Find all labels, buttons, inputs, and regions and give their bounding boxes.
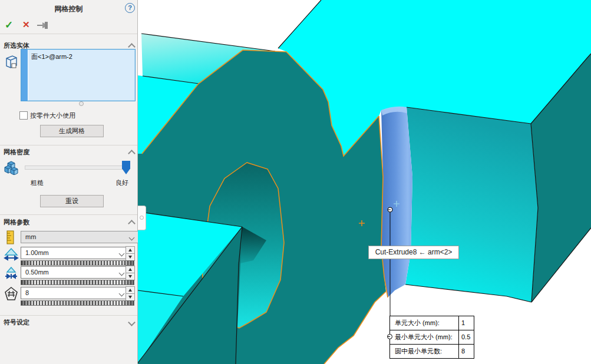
section-header-mesh-density[interactable]: 网格密度 [4, 148, 29, 157]
circle-elements-ratchet-bar[interactable] [21, 300, 134, 306]
mesh-parameters-table[interactable]: 单元大小 (mm): 1 最小单元大小 (mm): 0.5 圆中最小单元数: 8 [389, 316, 474, 359]
density-coarse-label: 粗糙 [31, 178, 44, 187]
min-size-ratchet-bar[interactable] [21, 280, 134, 285]
table-row-value[interactable]: 0.5 [458, 330, 474, 345]
collapse-icon[interactable] [128, 220, 136, 227]
density-fine-label: 良好 [115, 178, 128, 187]
max-element-size-icon [4, 247, 19, 263]
cancel-icon[interactable]: ✕ [22, 19, 30, 30]
table-row-label: 圆中最小单元数: [390, 345, 458, 358]
panel-title: 网格控制 [0, 4, 137, 14]
panel-splitter-handle[interactable] [138, 206, 146, 230]
selected-entities-list[interactable]: 面<1>@arm-2 [21, 49, 136, 101]
separator [0, 34, 137, 34]
section-header-symbol-settings[interactable]: 符号设定 [4, 318, 29, 327]
selected-face-item[interactable]: 面<1>@arm-2 [31, 52, 72, 61]
chevron-down-icon [119, 251, 125, 257]
separator [0, 145, 137, 145]
unit-ruler-icon [6, 230, 15, 246]
pin-icon[interactable] [37, 21, 49, 31]
model-canvas[interactable] [138, 0, 591, 364]
feature-callout[interactable]: Cut-Extrude8 ← arm<2> [368, 246, 459, 259]
collapse-icon[interactable] [128, 150, 136, 157]
chevron-down-icon [129, 235, 135, 241]
separator [0, 315, 137, 316]
circle-min-elements-value: 8 [25, 289, 29, 296]
use-part-size-label: 按零件大小使用 [30, 111, 75, 120]
max-element-size-combo[interactable]: 1.00mm [21, 247, 128, 259]
face-selection-icon [4, 54, 18, 71]
reset-button[interactable]: 重设 [40, 195, 104, 207]
density-slider-track[interactable] [25, 166, 126, 170]
table-row-value[interactable]: 8 [458, 345, 474, 358]
max-element-size-value: 1.00mm [25, 249, 49, 256]
unit-dropdown[interactable]: mm [21, 231, 138, 243]
mesh-control-panel: 网格控制 ? ✓ ✕ 所选实体 面<1>@arm-2 按零件大小使用 生成网格 … [0, 0, 138, 364]
separator [0, 214, 137, 215]
unit-value: mm [25, 233, 36, 240]
max-size-spinner[interactable] [126, 246, 134, 260]
create-mesh-button[interactable]: 生成网格 [40, 125, 104, 137]
table-row-value[interactable]: 1 [458, 316, 474, 330]
circle-min-elements-combo[interactable]: 8 [21, 287, 128, 299]
table-row-label: 最小单元大小 (mm): [390, 330, 458, 345]
max-size-ratchet-bar[interactable] [21, 260, 134, 266]
ok-icon[interactable]: ✓ [5, 19, 13, 31]
circle-min-elements-icon [4, 286, 18, 303]
list-resize-grip[interactable] [79, 101, 84, 106]
density-slider-handle[interactable] [122, 161, 130, 174]
model-face-right-front[interactable] [405, 107, 538, 302]
use-part-size-checkbox[interactable] [19, 111, 28, 120]
circle-elements-spinner[interactable] [126, 286, 134, 300]
min-element-size-icon [4, 266, 19, 282]
help-icon[interactable]: ? [125, 3, 135, 13]
min-size-spinner[interactable] [126, 266, 134, 279]
section-header-mesh-parameters[interactable]: 网格参数 [4, 218, 29, 227]
chevron-down-icon [119, 270, 125, 276]
splitter-grip-icon [140, 216, 144, 220]
table-anchor-icon[interactable] [387, 334, 392, 339]
table-row-label: 单元大小 (mm): [390, 316, 458, 330]
expand-icon[interactable] [128, 319, 136, 326]
graphics-viewport[interactable]: Cut-Extrude8 ← arm<2> 单元大小 (mm): 1 最小单元大… [138, 0, 591, 364]
min-element-size-value: 0.50mm [25, 269, 49, 276]
selection-active-strip [21, 49, 28, 101]
mesh-density-icon [4, 160, 19, 176]
min-element-size-combo[interactable]: 0.50mm [21, 266, 128, 279]
chevron-down-icon [119, 291, 125, 297]
